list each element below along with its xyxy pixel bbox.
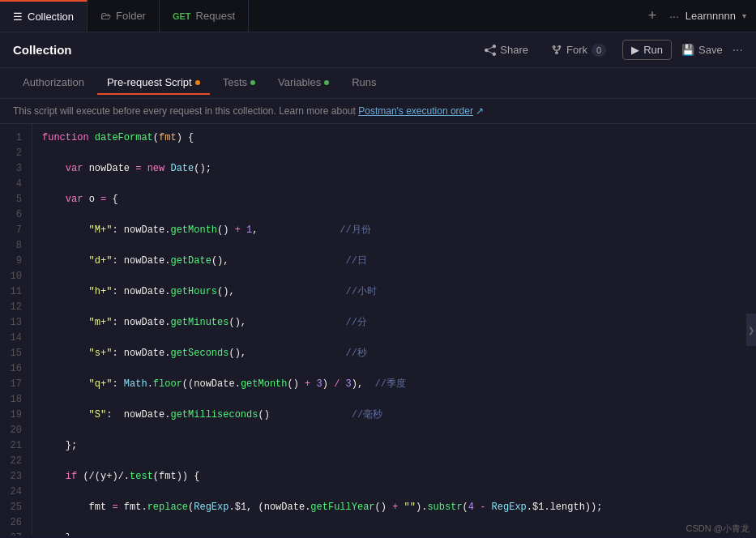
variables-dot — [324, 80, 329, 85]
fork-button[interactable]: Fork 0 — [545, 41, 613, 60]
share-button[interactable]: Share — [478, 41, 535, 59]
tab-authorization[interactable]: Authorization — [13, 71, 94, 95]
save-label: Save — [698, 44, 723, 56]
folder-icon: 🗁 — [100, 10, 111, 22]
tests-dot — [250, 80, 255, 85]
variables-tab-label: Variables — [278, 76, 321, 88]
fork-count: 0 — [592, 44, 606, 57]
code-editor[interactable]: function dateFormat(fmt) { var nowDate =… — [32, 124, 756, 536]
tab-more-button[interactable]: ··· — [669, 10, 679, 23]
save-button[interactable]: 💾 Save — [681, 44, 723, 56]
share-label: Share — [500, 44, 528, 56]
run-icon: ▶ — [631, 44, 639, 56]
workspace-name[interactable]: Learnnnnn — [686, 10, 736, 22]
top-tab-bar: ☰ Collection 🗁 Folder GET Request + ··· … — [0, 0, 756, 32]
header-actions: Share Fork 0 ▶ Run 💾 Save ··· — [478, 40, 743, 60]
save-icon: 💾 — [681, 44, 694, 56]
collection-icon: ☰ — [13, 11, 23, 23]
page-title: Collection — [13, 43, 72, 57]
tab-request[interactable]: GET Request — [160, 0, 249, 32]
runs-tab-label: Runs — [352, 76, 376, 88]
tests-tab-label: Tests — [223, 76, 247, 88]
tab-pre-request-script[interactable]: Pre-request Script — [97, 71, 210, 95]
tab-collection[interactable]: ☰ Collection — [0, 0, 88, 32]
top-tabs-right: + ··· Learnnnnn ▾ — [642, 7, 756, 24]
tab-folder-label: Folder — [116, 10, 146, 22]
tab-folder[interactable]: 🗁 Folder — [88, 0, 160, 32]
request-method: GET — [173, 11, 191, 21]
pre-request-dot — [195, 80, 200, 85]
editor-area: 12345 678910 1112131415 1617181920 21222… — [0, 124, 756, 536]
tab-tests[interactable]: Tests — [213, 71, 265, 95]
tab-request-label: Request — [196, 10, 235, 22]
info-bar: This script will execute before every re… — [0, 99, 756, 124]
run-label: Run — [643, 44, 663, 56]
fork-label: Fork — [566, 44, 587, 56]
info-text: This script will execute before every re… — [13, 105, 358, 117]
header-more-button[interactable]: ··· — [733, 43, 743, 58]
line-numbers: 12345 678910 1112131415 1617181920 21222… — [0, 124, 32, 536]
tab-collection-label: Collection — [28, 11, 74, 23]
collapse-handle[interactable]: ❯ — [746, 314, 756, 346]
execution-order-link[interactable]: Postman's execution order — [358, 105, 473, 117]
link-arrow-icon: ↗ — [476, 105, 484, 117]
tab-runs[interactable]: Runs — [342, 71, 386, 95]
run-button[interactable]: ▶ Run — [622, 40, 672, 60]
share-icon — [485, 45, 496, 56]
fork-icon — [551, 45, 562, 56]
workspace-chevron-icon[interactable]: ▾ — [742, 11, 746, 20]
secondary-tab-bar: Authorization Pre-request Script Tests V… — [0, 68, 756, 99]
tab-variables[interactable]: Variables — [268, 71, 339, 95]
authorization-tab-label: Authorization — [23, 76, 84, 88]
watermark: CSDN @小青龙 — [686, 523, 750, 535]
pre-request-tab-label: Pre-request Script — [107, 76, 192, 88]
add-tab-button[interactable]: + — [642, 7, 664, 24]
header-bar: Collection Share Fork 0 ▶ Run 💾 Save ··· — [0, 32, 756, 68]
